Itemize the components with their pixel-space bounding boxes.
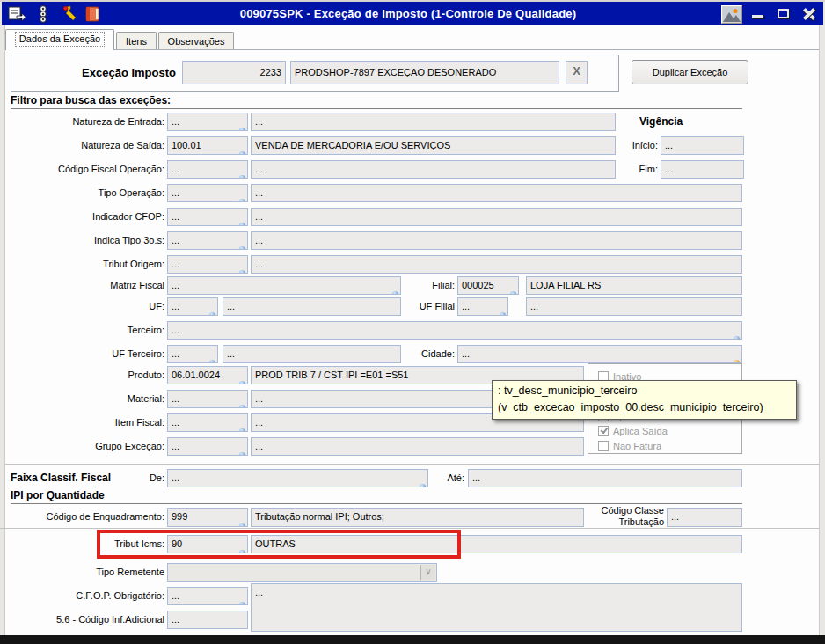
vigencia-inicio-field[interactable]: ... [661, 136, 744, 155]
vigencia-inicio-label: Início: [616, 136, 658, 155]
traffic-light-icon[interactable] [33, 5, 53, 23]
uf-filial-desc-field[interactable]: ... [526, 297, 742, 316]
minimize-button[interactable] [748, 6, 769, 22]
duplicate-exception-button[interactable]: Duplicar Exceção [632, 60, 748, 84]
wrench-icon[interactable] [60, 5, 79, 23]
checkbox-checked-icon [598, 426, 609, 436]
codigo-fiscal-operacao-label: Código Fiscal Operação: [4, 160, 164, 179]
vigencia-fim-field[interactable]: ... [661, 160, 744, 179]
natureza-entrada-code-field[interactable]: ... [167, 113, 248, 131]
item-fiscal-code-field[interactable]: ... [167, 413, 248, 432]
tribut-origem-desc-field[interactable]: ... [251, 255, 742, 274]
chevron-down-icon[interactable]: ∨ [420, 565, 435, 580]
tab-dados-da-excecao[interactable]: Dados da Exceção [5, 29, 114, 50]
grupo-excecao-label: Grupo Exceção: [4, 437, 164, 456]
terceiro-field[interactable]: ... [167, 321, 742, 340]
checkbox-aplica-saida[interactable]: Aplica Saída [598, 425, 668, 437]
codigo-inf-adicional-field[interactable]: ... [167, 611, 248, 629]
codigo-classe-label: Código Classe Tributação [580, 505, 664, 528]
filter-section-heading: Filtro para busca das exceções: [11, 94, 742, 109]
field-tooltip: : tv_desc_municipio_terceiro (v_ctb_exce… [492, 380, 797, 420]
title-bar[interactable]: 009075SPK - Exceção de Imposto (1-Contro… [2, 2, 823, 25]
codigo-classe-label-line1: Código Classe [601, 505, 664, 516]
uf-terceiro-desc-field[interactable]: ... [223, 345, 401, 363]
uf-filial-label: UF Filial [405, 297, 455, 316]
maximize-button[interactable] [773, 6, 794, 22]
tribut-origem-label: Tribut Origem: [4, 255, 164, 274]
codigo-classe-label-line2: Tributação [618, 516, 664, 527]
exception-description-field[interactable]: PRODSHOP-7897 EXCEÇAO DESONERADO [290, 61, 559, 84]
tab-itens[interactable]: Itens [116, 32, 157, 50]
tipo-operacao-label: Tipo Operação: [4, 184, 164, 202]
tipo-operacao-code-field[interactable]: ... [167, 184, 248, 202]
faixa-ate-field[interactable]: ... [468, 469, 742, 487]
tooltip-line1: : tv_desc_municipio_terceiro [498, 383, 791, 399]
indica-tipo-3os-code-field[interactable]: ... [167, 231, 248, 250]
natureza-saida-code-field[interactable]: 100.01 [167, 136, 248, 155]
faixa-ate-label: Até: [435, 469, 464, 487]
uf-code-field[interactable]: ... [167, 297, 218, 316]
section-divider [0, 528, 819, 529]
minimize-icon [752, 15, 763, 18]
indica-tipo-3os-label: Indica Tipo 3o.s: [4, 231, 164, 250]
codigo-fiscal-operacao-desc-field[interactable]: ... [251, 160, 616, 179]
codigo-enquadramento-code-field[interactable]: 999 [167, 508, 248, 527]
tab-label: Observações [168, 36, 225, 47]
faixa-de-label: De: [123, 469, 164, 487]
filial-label: Filial: [405, 276, 455, 295]
vigencia-fim-label: Fim: [616, 160, 658, 179]
cidade-field[interactable]: ... [457, 345, 742, 363]
tribut-icms-code-field[interactable]: 90 [167, 535, 248, 553]
codigo-fiscal-operacao-code-field[interactable]: ... [167, 160, 248, 179]
export-icon[interactable] [7, 5, 26, 23]
grupo-excecao-desc-field[interactable]: ... [251, 437, 584, 456]
natureza-entrada-desc-field[interactable]: ... [251, 113, 616, 131]
tribut-icms-desc-field[interactable]: OUTRAS [251, 535, 742, 553]
tipo-operacao-desc-field[interactable]: ... [251, 184, 742, 202]
tipo-remetente-dropdown[interactable]: ∨ [167, 563, 437, 582]
codigo-inf-adicional-label: 5.6 - Código Inf.Adicional [4, 611, 164, 629]
cfop-obrigatorio-desc-field[interactable]: ... [251, 583, 742, 632]
filial-desc-field[interactable]: LOJA FILIAL RS [526, 276, 742, 295]
tab-observacoes[interactable]: Observações [158, 32, 234, 50]
book-icon[interactable] [83, 5, 102, 23]
tribut-origem-code-field[interactable]: ... [167, 255, 248, 274]
grupo-excecao-code-field[interactable]: ... [167, 437, 248, 456]
close-button[interactable] [799, 6, 820, 22]
tab-label: Itens [126, 36, 147, 47]
cfop-obrigatorio-code-field[interactable]: ... [167, 587, 248, 605]
material-code-field[interactable]: ... [167, 390, 248, 408]
uf-terceiro-label: UF Terceiro: [4, 345, 164, 363]
cidade-label: Cidade: [405, 345, 455, 363]
indicador-cfop-desc-field[interactable]: ... [251, 208, 742, 226]
clear-exception-button[interactable]: X [566, 61, 588, 84]
tab-divider [5, 49, 819, 50]
item-fiscal-label: Item Fiscal: [4, 413, 164, 432]
matriz-fiscal-field[interactable]: ... [167, 276, 401, 295]
section-divider [5, 464, 819, 465]
uf-terceiro-code-field[interactable]: ... [167, 345, 218, 363]
filial-code-field[interactable]: 000025 [457, 276, 519, 295]
exception-code-field[interactable]: 2233 [182, 61, 286, 84]
window-frame-bottom [0, 635, 825, 644]
produto-code-field[interactable]: 06.01.0024 [167, 366, 248, 384]
faixa-de-field[interactable]: ... [167, 469, 428, 487]
terceiro-label: Terceiro: [4, 321, 164, 340]
uf-filial-code-field[interactable]: ... [457, 297, 508, 316]
produto-label: Produto: [4, 366, 164, 384]
picture-icon[interactable] [721, 5, 742, 24]
uf-desc-field[interactable]: ... [223, 297, 401, 316]
checkbox-label: Não Fatura [613, 440, 661, 452]
indicador-cfop-code-field[interactable]: ... [167, 208, 248, 226]
app-window: 009075SPK - Exceção de Imposto (1-Contro… [0, 0, 825, 644]
checkbox-nao-fatura[interactable]: Não Fatura [598, 440, 661, 452]
codigo-enquadramento-desc-field[interactable]: Tributação normal IPI; Outros; [251, 508, 584, 527]
cfop-obrigatorio-label: C.F.O.P. Obrigatório: [4, 587, 164, 605]
natureza-saida-desc-field[interactable]: VENDA DE MERCADORIA E/OU SERVIÇOS [251, 136, 616, 155]
exception-label: Exceção Imposto [18, 62, 176, 80]
codigo-classe-field[interactable]: ... [667, 508, 742, 527]
window-frame-right [819, 2, 825, 635]
indica-tipo-3os-desc-field[interactable]: ... [251, 231, 742, 250]
natureza-saida-label: Natureza de Saída: [4, 136, 164, 155]
vigencia-heading: Vigência [639, 113, 745, 131]
